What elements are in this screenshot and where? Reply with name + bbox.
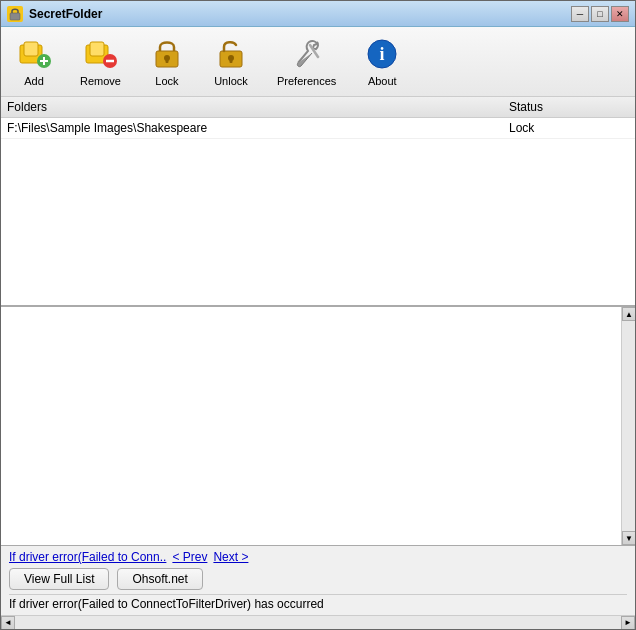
svg-rect-12 <box>165 58 168 63</box>
folder-table: Folders Status F:\Files\Sample Images\Sh… <box>1 97 635 307</box>
ohsoft-button[interactable]: Ohsoft.net <box>117 568 202 590</box>
add-icon <box>16 36 52 72</box>
titlebar: SecretFolder ─ □ ✕ <box>1 1 635 27</box>
error-link[interactable]: If driver error(Failed to Conn.. <box>9 550 166 564</box>
svg-rect-0 <box>10 13 20 20</box>
status-bar: If driver error(Failed to Conn.. < Prev … <box>1 545 635 615</box>
preferences-button[interactable]: Preferences <box>264 31 349 92</box>
vertical-scrollbar[interactable]: ▲ ▼ <box>621 307 635 545</box>
scroll-track[interactable] <box>622 321 635 531</box>
horizontal-scrollbar[interactable]: ◄ ► <box>1 615 635 629</box>
add-button[interactable]: Add <box>3 31 65 92</box>
remove-label: Remove <box>80 75 121 87</box>
about-icon: i <box>364 36 400 72</box>
h-scroll-track[interactable] <box>15 616 621 629</box>
svg-rect-2 <box>24 42 38 56</box>
folder-cell: F:\Files\Sample Images\Shakespeare <box>7 121 509 135</box>
scroll-right-arrow[interactable]: ► <box>621 616 635 630</box>
lock-label: Lock <box>155 75 178 87</box>
prev-link[interactable]: < Prev <box>172 550 207 564</box>
status-message: If driver error(Failed to ConnectToFilte… <box>9 594 627 613</box>
folder-column-header: Folders <box>7 100 509 114</box>
close-button[interactable]: ✕ <box>611 6 629 22</box>
titlebar-left: SecretFolder <box>7 6 102 22</box>
scroll-down-arrow[interactable]: ▼ <box>622 531 635 545</box>
status-cell: Lock <box>509 121 629 135</box>
about-label: About <box>368 75 397 87</box>
svg-text:i: i <box>380 44 385 64</box>
app-icon <box>7 6 23 22</box>
unlock-label: Unlock <box>214 75 248 87</box>
scroll-up-arrow[interactable]: ▲ <box>622 307 635 321</box>
lock-icon <box>149 36 185 72</box>
remove-button[interactable]: Remove <box>67 31 134 92</box>
table-header: Folders Status <box>1 97 635 118</box>
scroll-left-arrow[interactable]: ◄ <box>1 616 15 630</box>
table-row[interactable]: F:\Files\Sample Images\Shakespeare Lock <box>1 118 635 139</box>
unlock-button[interactable]: Unlock <box>200 31 262 92</box>
status-buttons: View Full List Ohsoft.net <box>9 568 627 590</box>
view-full-list-button[interactable]: View Full List <box>9 568 109 590</box>
table-body: F:\Files\Sample Images\Shakespeare Lock <box>1 118 635 305</box>
preferences-icon <box>289 36 325 72</box>
status-links: If driver error(Failed to Conn.. < Prev … <box>9 550 627 564</box>
next-link[interactable]: Next > <box>213 550 248 564</box>
lock-button[interactable]: Lock <box>136 31 198 92</box>
about-button[interactable]: i About <box>351 31 413 92</box>
log-area: ▲ ▼ <box>1 307 635 545</box>
unlock-icon <box>213 36 249 72</box>
content-area: Folders Status F:\Files\Sample Images\Sh… <box>1 97 635 629</box>
svg-rect-7 <box>90 42 104 56</box>
minimize-button[interactable]: ─ <box>571 6 589 22</box>
remove-icon <box>82 36 118 72</box>
log-content <box>1 307 621 545</box>
add-label: Add <box>24 75 44 87</box>
toolbar: Add Remove <box>1 27 635 97</box>
restore-button[interactable]: □ <box>591 6 609 22</box>
window-controls: ─ □ ✕ <box>571 6 629 22</box>
main-window: SecretFolder ─ □ ✕ Add <box>0 0 636 630</box>
svg-rect-15 <box>229 58 232 63</box>
window-title: SecretFolder <box>29 7 102 21</box>
preferences-label: Preferences <box>277 75 336 87</box>
status-column-header: Status <box>509 100 629 114</box>
